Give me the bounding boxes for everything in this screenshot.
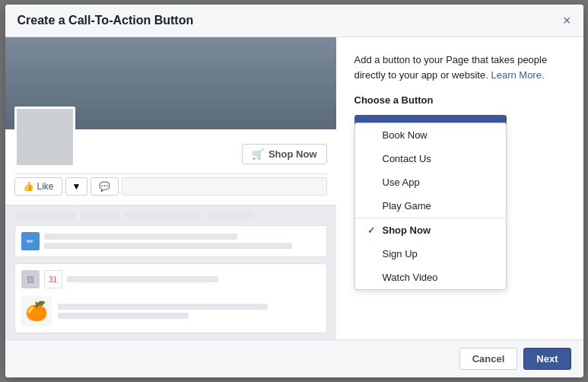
dropdown-item-watch-video[interactable]: Watch Video: [355, 266, 506, 289]
dropdown-item-use-app[interactable]: Use App: [355, 170, 506, 194]
post-area-2: 🖼 31 🍊: [14, 263, 327, 333]
fb-profile-row: 🛒 Shop Now: [14, 129, 327, 173]
message-button[interactable]: 💬: [91, 177, 119, 196]
post-line: [67, 276, 219, 282]
dropdown-item-sign-up[interactable]: Sign Up: [355, 242, 506, 266]
dropdown-item-label: Shop Now: [383, 224, 431, 236]
check-icon: ✓: [367, 225, 377, 236]
modal-footer: Cancel Next: [5, 339, 583, 377]
thumbs-up-icon: 👍: [23, 181, 34, 192]
dropdown-item-label: Book Now: [383, 129, 427, 141]
settings-panel: Add a button to your Page that takes peo…: [336, 37, 583, 339]
post-lines: [44, 234, 320, 249]
dropdown-item-label: Use App: [383, 177, 420, 188]
content-bar: [126, 212, 202, 219]
fruit-image: 🍊: [21, 296, 52, 326]
dropdown-item-book-now[interactable]: Book Now: [355, 123, 506, 147]
post-header-1: ✏: [21, 232, 320, 250]
post-area-1: ✏: [14, 225, 327, 257]
dropdown-item-shop-now[interactable]: ✓ Shop Now: [355, 218, 506, 242]
post-header-2: 🖼 31: [21, 270, 320, 288]
post-lines-2: [67, 276, 320, 282]
modal: Create a Call-To-Action Button × 🛒 Shop …: [5, 5, 583, 377]
dropdown-item-label: Play Game: [383, 200, 431, 212]
next-button[interactable]: Next: [523, 348, 571, 370]
modal-title: Create a Call-To-Action Button: [17, 14, 194, 27]
close-icon[interactable]: ×: [563, 14, 571, 27]
fb-profile-pic: [14, 107, 75, 167]
fb-profile-area: 🛒 Shop Now 👍 Like ▼ 💬: [5, 129, 336, 205]
shop-now-label: Shop Now: [269, 148, 317, 160]
post-line: [58, 304, 268, 310]
dropdown-item-play-game[interactable]: Play Game: [355, 194, 506, 218]
like-dropdown[interactable]: ▼: [65, 177, 88, 196]
content-row-1: [14, 212, 327, 219]
post-lines-3: [58, 304, 320, 319]
dropdown-item-label: Sign Up: [383, 248, 418, 259]
dropdown-menu: Book Now Contact Us Use App Play Game: [354, 123, 507, 290]
post-line: [58, 313, 189, 319]
dropdown-item-label: Contact Us: [383, 153, 431, 164]
cart-icon: 🛒: [252, 148, 264, 160]
modal-overlay: Create a Call-To-Action Button × 🛒 Shop …: [0, 0, 588, 382]
choose-button-label: Choose a Button: [354, 94, 565, 106]
modal-body: 🛒 Shop Now 👍 Like ▼ 💬: [5, 37, 583, 339]
cancel-button[interactable]: Cancel: [459, 348, 518, 370]
like-button[interactable]: 👍 Like: [14, 177, 62, 196]
post-line: [44, 243, 293, 249]
learn-more-link[interactable]: Learn More.: [491, 69, 544, 81]
dropdown-item-label: Watch Video: [383, 272, 438, 283]
preview-panel: 🛒 Shop Now 👍 Like ▼ 💬: [5, 37, 336, 339]
fb-content: ✏ 🖼 31: [5, 205, 336, 339]
fb-page-mock: 🛒 Shop Now 👍 Like ▼ 💬: [5, 37, 336, 339]
post-line: [44, 234, 237, 240]
message-icon: 💬: [99, 181, 110, 192]
like-label: Like: [37, 181, 54, 192]
calendar-icon: 31: [44, 270, 62, 288]
fb-action-bar: 👍 Like ▼ 💬: [14, 173, 327, 199]
dropdown-item-contact-us[interactable]: Contact Us: [355, 147, 506, 170]
image-icon: 🖼: [21, 270, 40, 288]
content-bar: [81, 212, 119, 219]
edit-icon: ✏: [21, 232, 40, 250]
settings-description: Add a button to your Page that takes peo…: [354, 53, 565, 82]
shop-now-button[interactable]: 🛒 Shop Now: [242, 144, 327, 164]
more-options-bar: [122, 177, 326, 196]
modal-header: Create a Call-To-Action Button ×: [5, 5, 583, 37]
content-bar: [208, 212, 253, 219]
content-bar: [14, 212, 75, 219]
